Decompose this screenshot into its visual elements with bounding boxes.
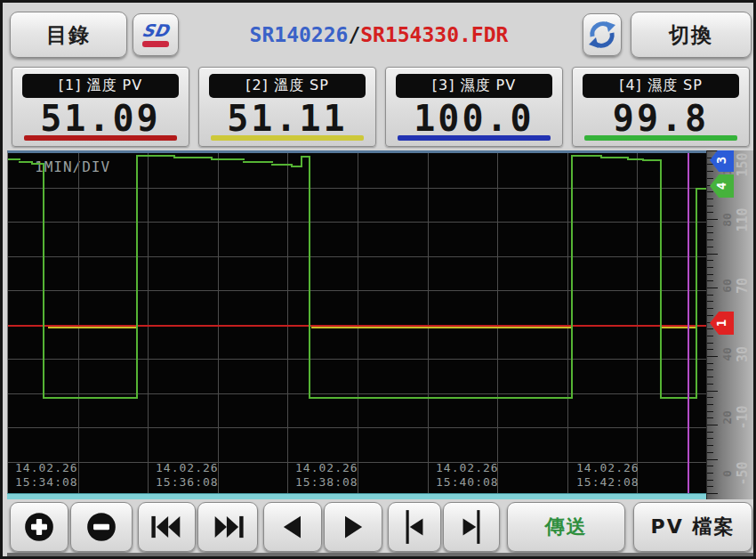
- timestamp-label: 14.02.26 15:36:08: [156, 461, 262, 490]
- ruler-tick: [707, 254, 718, 255]
- channel-label: [3] 濕度 PV: [396, 74, 552, 98]
- file-title: SR140226 / SR154330.FDR: [181, 12, 577, 58]
- ruler-tick: [707, 267, 713, 268]
- arrow-right-icon: [337, 511, 369, 543]
- source-file-name: SR140226: [250, 23, 349, 46]
- channel-label: [2] 溫度 SP: [209, 74, 366, 98]
- channel-1-position-marker: 1: [710, 312, 734, 335]
- channel-value: 100.0: [386, 98, 562, 137]
- arrow-left-icon: [277, 511, 309, 543]
- temperature-scale-label: 30: [735, 346, 751, 362]
- time-cursor-line: [688, 153, 689, 496]
- step-right-button[interactable]: [443, 502, 500, 552]
- ruler-tick: [707, 150, 718, 151]
- pan-right-button[interactable]: [324, 502, 382, 552]
- send-button[interactable]: 傳送: [507, 502, 625, 552]
- step-left-button[interactable]: [388, 502, 441, 552]
- grid-line-horizontal: [8, 256, 707, 257]
- trace-ch4-sp: [660, 159, 662, 399]
- zoom-out-button[interactable]: [70, 502, 133, 552]
- ruler-tick: [707, 432, 713, 433]
- scroll-position-bar: [7, 493, 706, 499]
- ruler-tick: [707, 219, 718, 220]
- ruler-tick: [707, 295, 713, 296]
- trace-ch4-sp: [243, 161, 273, 163]
- ruler-tick: [707, 480, 713, 481]
- trace-ch2-sp: [48, 327, 138, 328]
- skip-start-icon: [148, 511, 187, 543]
- grid-line-horizontal: [8, 222, 707, 223]
- channel-color-bar: [24, 135, 177, 141]
- ruler-tick: [707, 384, 713, 385]
- channel-value: 51.09: [12, 98, 189, 137]
- sd-card-button[interactable]: SD: [133, 13, 179, 56]
- switch-button[interactable]: 切換: [631, 12, 752, 58]
- pv-file-button[interactable]: PV 檔案: [633, 502, 752, 552]
- trace-ch4-sp: [43, 163, 44, 399]
- ruler-tick: [707, 232, 713, 233]
- scale-ruler: 100150801106070403020-100-50341: [706, 150, 755, 499]
- trace-ch4-sp: [43, 397, 138, 399]
- step-right-icon: [454, 508, 488, 546]
- ruler-tick: [707, 247, 713, 247]
- ruler-tick: [707, 288, 718, 288]
- channel-label: [1] 溫度 PV: [22, 74, 179, 98]
- zoom-in-button[interactable]: [10, 502, 68, 552]
- ruler-tick: [707, 356, 718, 357]
- trace-ch4-sp: [600, 157, 629, 158]
- temperature-scale-label: -10: [735, 405, 751, 429]
- humidity-scale-label: 20: [720, 410, 734, 425]
- temperature-scale-label: 110: [735, 207, 751, 231]
- ruler-tick: [707, 452, 713, 453]
- channel-color-bar: [584, 135, 737, 141]
- timestamp-label: 14.02.26 15:40:08: [436, 461, 543, 490]
- trace-ch4-sp: [8, 158, 20, 160]
- channel-3-position-marker: 3: [710, 150, 734, 172]
- ruler-tick: [707, 459, 718, 460]
- ruler-tick: [707, 363, 713, 364]
- ruler-tick: [707, 473, 713, 474]
- trace-ch4-sp: [211, 158, 245, 160]
- sync-icon: [586, 19, 618, 51]
- ruler-tick: [707, 349, 713, 350]
- trace-ch4-sp: [571, 155, 602, 157]
- ruler-tick: [707, 336, 713, 336]
- grid-line-horizontal: [8, 393, 707, 394]
- trace-ch4-sp: [136, 155, 175, 157]
- temperature-scale-label: 70: [735, 278, 751, 294]
- ruler-tick: [707, 328, 713, 329]
- refresh-button[interactable]: [583, 13, 622, 56]
- jump-start-button[interactable]: [138, 502, 196, 552]
- ruler-tick: [707, 301, 713, 302]
- channel-panel-3: [3] 濕度 PV100.0: [385, 67, 563, 147]
- menu-button[interactable]: 目錄: [10, 12, 127, 58]
- ruler-tick: [707, 369, 713, 370]
- channel-color-bar: [398, 135, 551, 141]
- trace-ch2-sp: [660, 327, 697, 328]
- ruler-tick: [707, 226, 713, 227]
- channel-color-bar: [211, 135, 364, 141]
- ruler-tick: [707, 397, 713, 398]
- toolbar-shadow: [7, 553, 754, 556]
- ruler-tick: [707, 411, 713, 412]
- ruler-tick: [707, 343, 713, 344]
- channel-value: 99.8: [573, 98, 749, 137]
- sd-card-icon: SD: [142, 22, 169, 47]
- ruler-tick: [707, 391, 718, 392]
- trace-ch1-pv: [8, 325, 707, 327]
- grid-line-horizontal: [8, 427, 707, 428]
- ruler-tick: [707, 425, 718, 425]
- skip-end-icon: [208, 511, 247, 543]
- ruler-tick: [707, 198, 713, 199]
- pan-left-button[interactable]: [263, 502, 322, 552]
- ruler-tick: [707, 274, 713, 275]
- trace-ch4-sp: [173, 157, 213, 158]
- humidity-scale-label: 60: [720, 279, 734, 293]
- channel-panel-1: [1] 溫度 PV51.09: [12, 67, 189, 147]
- channel-4-position-marker: 4: [710, 174, 734, 198]
- jump-end-button[interactable]: [197, 502, 258, 552]
- ruler-tick: [707, 417, 713, 418]
- file-name-separator: /: [348, 23, 360, 46]
- timestamp-label: 14.02.26 15:42:08: [576, 461, 683, 490]
- plus-circle-icon: [22, 510, 56, 544]
